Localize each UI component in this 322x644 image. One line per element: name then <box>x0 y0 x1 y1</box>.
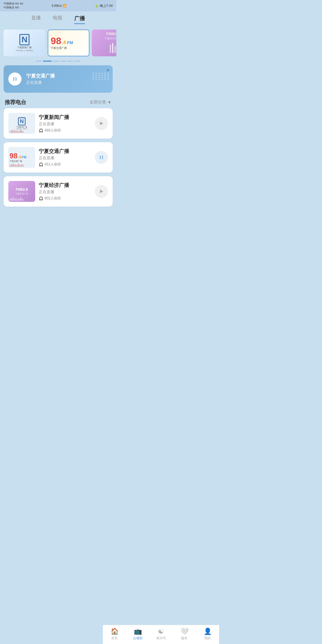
chevron-down-icon: ▼ <box>107 100 112 105</box>
top-tab-bar: 直播 电视 广播 <box>0 11 116 27</box>
dot-6 <box>75 61 80 62</box>
dot-4 <box>60 61 66 62</box>
section-title: 推荐电台 <box>5 99 26 106</box>
pause-icon <box>12 76 18 82</box>
active-dot <box>107 69 109 71</box>
svg-rect-2 <box>114 46 116 53</box>
listeners-fm928: 🎧 902人收听 <box>39 196 91 201</box>
pause-button[interactable] <box>8 72 21 86</box>
signal-text: 9.99K/s <box>52 4 62 7</box>
station-logo-984: 98 .4 FM 宁夏交通广播 <box>8 147 35 168</box>
now-playing-title: 宁夏交通广播 <box>26 73 85 79</box>
pause-button-984[interactable] <box>95 151 108 164</box>
svg-rect-3 <box>13 77 14 81</box>
station-info-fm928: 宁夏经济广播 正在直播 🎧 902人收听 <box>39 182 91 201</box>
carousel-item-984[interactable]: 98 .4 FM 宁夏交通广播 <box>48 30 89 56</box>
tab-radio[interactable]: 广播 <box>74 15 85 24</box>
listeners-984: 🎧 451人收听 <box>39 162 91 167</box>
time: 晚上7:34 <box>100 4 113 7</box>
dot-3 <box>53 61 59 62</box>
filter-button[interactable]: 全部分类 ▼ <box>89 100 112 105</box>
station-list: N 宁夏新闻广播 FM106.1 AM891 宁夏新闻广播 正在直 <box>0 108 116 207</box>
carrier-info: 中国移动 HD 4G 中国电信 HD <box>4 2 23 10</box>
headphone-icon: 🎧 <box>39 129 43 133</box>
station-logo-fm928: FM92.8 宁夏经济广播 <box>8 181 35 202</box>
headphone-icon-2: 🎧 <box>39 162 43 167</box>
pause-icon-2 <box>99 155 104 160</box>
dot-2 <box>43 61 52 62</box>
station-info-news: 宁夏新闻广播 正在直播 🎧 489人收听 <box>39 114 91 133</box>
play-icon-3 <box>99 189 104 194</box>
station-card-news[interactable]: N 宁夏新闻广播 FM106.1 AM891 宁夏新闻广播 正在直 <box>4 108 113 139</box>
battery-icon: 🔋 <box>95 4 99 7</box>
listeners-news: 🎧 489人收听 <box>39 128 91 133</box>
speaker-visual <box>90 70 108 88</box>
now-playing-status: 正在直播 <box>26 80 85 85</box>
status-icons: 9.99K/s 📶 <box>52 4 66 7</box>
channel-carousel: N 宁夏新闻广播 FM106.1 AM891 98 .4 FM 宁夏交通广播 F… <box>0 27 116 59</box>
svg-rect-1 <box>112 43 113 53</box>
tab-tv[interactable]: 电视 <box>53 15 62 24</box>
carousel-dots <box>0 59 116 63</box>
now-playing-info: 宁夏交通广播 正在直播 <box>26 73 85 85</box>
section-header: 推荐电台 全部分类 ▼ <box>0 95 116 108</box>
dot-5 <box>67 61 73 62</box>
carousel-item-fm928[interactable]: FM92.8 宁夏经济广播 <box>92 30 116 56</box>
svg-rect-0 <box>110 45 111 53</box>
svg-rect-4 <box>16 77 16 81</box>
station-card-984[interactable]: 98 .4 FM 宁夏交通广播 宁夏 <box>4 142 113 173</box>
station-logo-news: N 宁夏新闻广播 FM106.1 AM891 <box>8 113 35 134</box>
station-info-984: 宁夏交通广播 正在直播 🎧 451人收听 <box>39 148 91 167</box>
headphone-icon-3: 🎧 <box>39 196 43 201</box>
now-playing-bar: 宁夏交通广播 正在直播 <box>4 65 113 93</box>
svg-marker-8 <box>100 190 103 193</box>
station-card-fm928[interactable]: FM92.8 宁夏经济广播 宁夏经济广播 正在直播 <box>4 176 113 207</box>
news-logo-letter: N <box>19 34 30 45</box>
svg-rect-7 <box>102 156 103 159</box>
play-button-fm928[interactable] <box>95 185 108 198</box>
play-icon <box>99 121 104 126</box>
dot-1 <box>36 61 42 62</box>
svg-marker-5 <box>100 122 103 125</box>
status-bar: 中国移动 HD 4G 中国电信 HD 9.99K/s 📶 🔋 晚上7:34 <box>0 0 116 11</box>
play-button-news[interactable] <box>95 117 108 130</box>
time-battery: 🔋 晚上7:34 <box>95 4 113 8</box>
carousel-item-news[interactable]: N 宁夏新闻广播 FM106.1 AM891 <box>4 30 45 56</box>
svg-rect-6 <box>100 156 101 159</box>
wifi-icon: 📶 <box>63 4 66 7</box>
tab-live[interactable]: 直播 <box>31 15 41 24</box>
